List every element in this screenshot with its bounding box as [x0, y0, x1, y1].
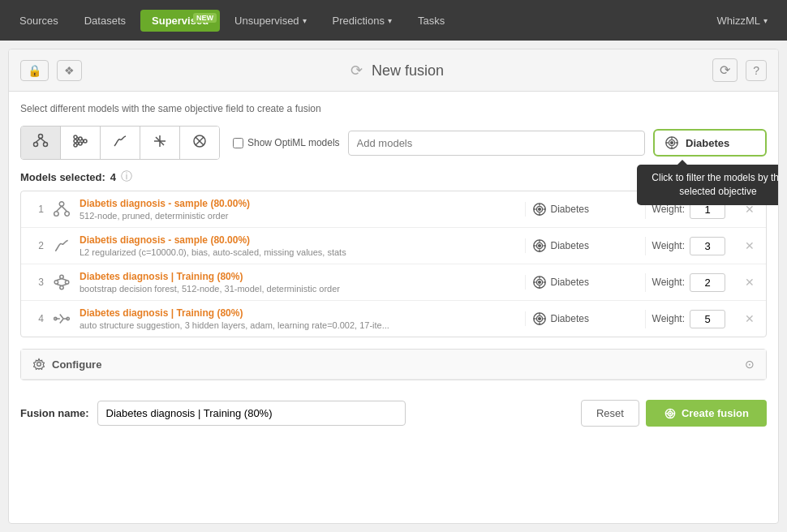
nav-sources[interactable]: Sources — [8, 10, 70, 32]
objective-icon-row0 — [532, 202, 547, 217]
objective-icon-row3 — [532, 311, 547, 326]
gear-icon — [32, 358, 45, 371]
model-name[interactable]: Diabetis diagnosis - sample (80.00%) — [80, 198, 518, 209]
model-info: Diabetes diagnosis | Training (80%) boot… — [80, 271, 518, 294]
lock-icon: 🔒 — [28, 64, 41, 77]
svg-point-59 — [538, 281, 540, 284]
objective-icon-row2 — [532, 275, 547, 290]
help-icon: ? — [753, 64, 759, 77]
reset-button[interactable]: Reset — [581, 400, 639, 427]
nodes-icon: ❖ — [64, 64, 75, 77]
remove-button[interactable]: ✕ — [742, 311, 758, 327]
svg-line-13 — [77, 144, 79, 145]
fusion-name-label: Fusion name: — [20, 407, 89, 419]
lock-button[interactable]: 🔒 — [20, 60, 49, 81]
model-name[interactable]: Diabetes diagnosis | Training (80%) — [80, 307, 518, 319]
show-optiml-label[interactable]: Show OptiML models — [233, 137, 340, 148]
nav-tasks[interactable]: Tasks — [406, 10, 456, 32]
model-num: 3 — [29, 277, 44, 288]
objective-filter[interactable]: Diabetes — [653, 129, 767, 157]
nav-whizzml[interactable]: WhizzML ▾ — [706, 10, 779, 32]
model-desc: L2 regularized (c=10000.0), bias, auto-s… — [80, 247, 518, 257]
model-type-icon — [50, 310, 73, 328]
tree-icon — [32, 133, 49, 149]
objective-icon-row1 — [532, 238, 547, 253]
nav-unsupervised[interactable]: Unsupervised ▾ — [223, 10, 318, 32]
type-tree-button[interactable] — [21, 127, 61, 159]
weight-label: Weight: — [652, 313, 685, 324]
refresh-button[interactable]: ⟳ — [712, 58, 738, 82]
header-title-area: ⟳ New fusion — [90, 62, 704, 79]
model-num: 1 — [29, 204, 44, 215]
nav-supervised[interactable]: Supervised NEW — [140, 10, 220, 32]
weight-input[interactable] — [690, 273, 725, 292]
weight-input[interactable] — [690, 237, 725, 255]
svg-line-14 — [77, 141, 79, 144]
model-name[interactable]: Diabetes diagnosis | Training (80%) — [80, 271, 518, 282]
anomaly-icon — [191, 133, 208, 149]
model-type-icon — [50, 273, 73, 291]
objective-target-label: Diabetes — [551, 204, 589, 215]
linear-icon — [112, 133, 128, 149]
refresh-icon: ⟳ — [720, 63, 730, 77]
weight-input[interactable] — [690, 310, 725, 328]
table-row: 4 Diabetes diagnosis | Training (80%) au… — [21, 301, 766, 337]
weight-section: Weight: — [645, 310, 732, 328]
help-button[interactable]: ? — [746, 60, 767, 81]
svg-line-11 — [77, 137, 79, 139]
svg-line-55 — [56, 284, 62, 285]
models-selected-label: Models selected: — [20, 171, 105, 183]
objective-label: Diabetes — [686, 137, 729, 149]
weight-label: Weight: — [652, 277, 685, 288]
type-split-button[interactable] — [140, 127, 180, 159]
type-linear-button[interactable] — [101, 127, 140, 159]
show-optiml-checkbox[interactable] — [233, 138, 243, 148]
nodes-button[interactable]: ❖ — [57, 60, 82, 81]
model-objective: Diabetes — [525, 311, 639, 326]
navbar: Sources Datasets Supervised NEW Unsuperv… — [0, 0, 787, 41]
configure-header[interactable]: Configure ⊙ — [21, 350, 766, 380]
svg-point-1 — [34, 143, 38, 147]
svg-point-6 — [74, 139, 77, 143]
svg-line-15 — [82, 139, 84, 141]
nav-predictions[interactable]: Predictions ▾ — [321, 10, 403, 32]
add-models-input[interactable] — [348, 131, 645, 156]
split-icon — [152, 133, 168, 149]
svg-line-67 — [60, 319, 63, 324]
info-text: Select different models with the same ob… — [20, 103, 767, 114]
weight-label: Weight: — [652, 240, 685, 251]
weight-section: Weight: — [645, 273, 732, 292]
svg-point-31 — [54, 212, 59, 217]
svg-point-44 — [538, 245, 540, 247]
svg-point-50 — [54, 281, 58, 284]
type-anomaly-button[interactable] — [180, 127, 219, 159]
svg-line-16 — [82, 141, 84, 144]
svg-line-54 — [62, 279, 67, 281]
header-bar: 🔒 ❖ ⟳ New fusion ⟳ ? — [9, 49, 778, 92]
configure-title: Configure — [32, 358, 101, 371]
objective-target-icon — [664, 135, 679, 150]
model-desc: auto structure suggestion, 3 hidden laye… — [80, 320, 518, 330]
nav-supervised-badge: NEW — [193, 13, 217, 23]
nav-datasets[interactable]: Datasets — [73, 10, 137, 32]
configure-label: Configure — [52, 358, 101, 371]
type-network-button[interactable] — [61, 127, 101, 159]
fusion-name-input[interactable] — [97, 401, 406, 426]
svg-point-2 — [44, 143, 48, 147]
model-num: 4 — [29, 313, 44, 324]
model-name[interactable]: Diabetis diagnosis - sample (80.00%) — [80, 234, 518, 246]
svg-point-9 — [79, 142, 82, 145]
model-type-row: Show OptiML models Diabetes Cl — [20, 126, 767, 160]
svg-point-37 — [538, 208, 540, 211]
svg-point-51 — [65, 281, 68, 284]
svg-point-32 — [65, 212, 70, 217]
fusion-icon: ⟳ — [350, 62, 363, 79]
create-fusion-button[interactable]: Create fusion — [646, 400, 767, 427]
remove-button[interactable]: ✕ — [742, 274, 758, 290]
weight-label: Weight: — [652, 204, 685, 215]
footer-actions: Reset Create fusion — [581, 400, 767, 427]
remove-button[interactable]: ✕ — [742, 238, 758, 254]
help-icon-models[interactable]: ⓘ — [121, 169, 132, 184]
svg-line-12 — [77, 139, 79, 141]
footer-section: Fusion name: Reset Create fusion — [20, 392, 767, 435]
